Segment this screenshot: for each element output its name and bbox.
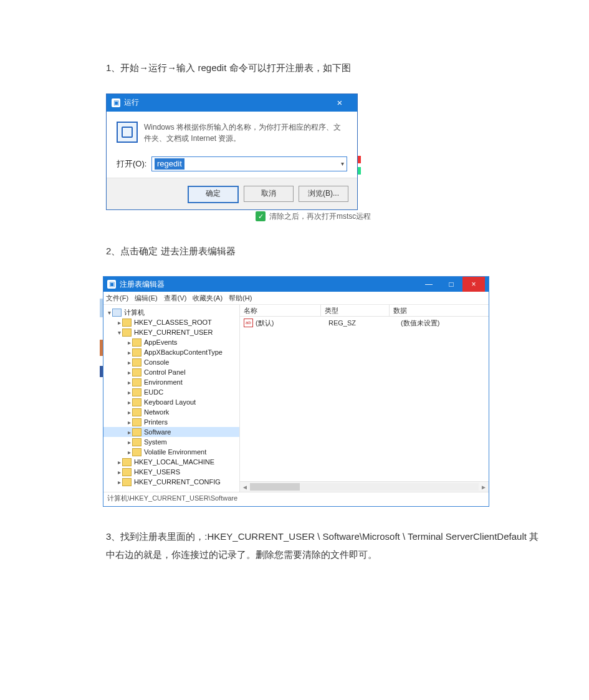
row-type: REG_SZ — [325, 319, 397, 327]
run-dialog-app-icon — [117, 122, 138, 143]
run-dialog-titlebar[interactable]: ▣ 运行 × — [107, 94, 357, 112]
tree-item-label: Printers — [144, 418, 168, 426]
tree-twisty-icon[interactable]: ▸ — [126, 449, 132, 456]
step-1-text: 1、开始→运行→输入 regedit 命令可以打开注册表，如下图 — [106, 60, 552, 76]
tree-twisty-icon[interactable]: ▾ — [116, 329, 122, 336]
tree-twisty-icon[interactable]: ▸ — [126, 339, 132, 346]
tree-twisty-icon[interactable]: ▸ — [116, 319, 122, 326]
tree-item[interactable]: ▸EUDC — [103, 387, 239, 397]
tree-item[interactable]: ▸AppEvents — [103, 337, 239, 347]
tree-item-label: AppEvents — [144, 338, 177, 346]
figure-2: ▣ 注册表编辑器 — □ × 文件(F) 编辑(E) 查看(V) 收藏夹(A) … — [100, 276, 552, 507]
tree-twisty-icon[interactable]: ▸ — [126, 359, 132, 366]
regedit-menubar: 文件(F) 编辑(E) 查看(V) 收藏夹(A) 帮助(H) — [103, 292, 489, 305]
run-open-combobox[interactable]: regedit ▾ — [151, 156, 347, 171]
menu-fav[interactable]: 收藏夹(A) — [193, 294, 223, 303]
tree-twisty-icon[interactable]: ▸ — [126, 349, 132, 356]
cancel-button[interactable]: 取消 — [244, 186, 294, 202]
tree-item-label: Console — [144, 358, 169, 366]
tree-item[interactable]: ▸HKEY_LOCAL_MACHINE — [103, 457, 239, 467]
tree-twisty-icon[interactable]: ▸ — [126, 399, 132, 406]
folder-icon — [132, 418, 141, 426]
run-dialog-title-icon: ▣ — [112, 98, 120, 107]
tree-item[interactable]: ▸Keyboard Layout — [103, 397, 239, 407]
folder-icon — [132, 448, 141, 456]
folder-icon — [122, 319, 132, 327]
ok-button[interactable]: 确定 — [188, 186, 239, 203]
tree-twisty-icon[interactable]: ▸ — [126, 439, 132, 446]
browse-button[interactable]: 浏览(B)... — [299, 186, 348, 202]
regedit-default-row[interactable]: ab(默认) REG_SZ (数值未设置) — [240, 318, 489, 328]
tree-item[interactable]: ▸Printers — [103, 417, 239, 427]
tree-twisty-icon[interactable]: ▸ — [126, 389, 132, 396]
tree-item[interactable]: ▸AppXBackupContentType — [103, 347, 239, 357]
close-icon[interactable]: × — [327, 97, 352, 108]
tree-item[interactable]: ▾计算机 — [103, 307, 239, 317]
regedit-window: ▣ 注册表编辑器 — □ × 文件(F) 编辑(E) 查看(V) 收藏夹(A) … — [103, 276, 489, 507]
tree-item-label: HKEY_CURRENT_CONFIG — [134, 478, 221, 486]
folder-icon — [132, 348, 141, 357]
tree-twisty-icon[interactable]: ▸ — [126, 419, 132, 426]
scroll-left-icon[interactable]: ◄ — [240, 484, 250, 491]
tree-item[interactable]: ▸HKEY_USERS — [103, 467, 239, 477]
col-data[interactable]: 数据 — [390, 305, 489, 316]
regedit-statusbar: 计算机\HKEY_CURRENT_USER\Software — [103, 492, 489, 506]
regedit-hscrollbar[interactable]: ◄ ► — [240, 481, 489, 492]
figure-1-under-caption: ✓ 清除之后，再次打开mstsc远程 — [106, 211, 552, 222]
tree-item-label: Volatile Environment — [144, 448, 206, 456]
tree-item[interactable]: ▸Network — [103, 407, 239, 417]
regedit-tree[interactable]: ▾计算机▸HKEY_CLASSES_ROOT▾HKEY_CURRENT_USER… — [103, 305, 240, 492]
row-name: (默认) — [256, 319, 274, 328]
folder-icon — [132, 428, 141, 436]
tree-twisty-icon[interactable]: ▸ — [116, 479, 122, 486]
tree-item[interactable]: ▸Control Panel — [103, 367, 239, 377]
scroll-right-icon[interactable]: ► — [479, 484, 489, 491]
folder-icon — [132, 368, 141, 376]
tree-item-label: 计算机 — [124, 308, 145, 317]
run-dialog-button-row: 确定 取消 浏览(B)... — [107, 178, 357, 209]
tree-item[interactable]: ▸Console — [103, 357, 239, 367]
step-3-text: 3、找到注册表里面的，:HKEY_CURRENT_USER \ Software… — [106, 528, 539, 563]
tree-twisty-icon[interactable]: ▸ — [126, 369, 132, 376]
tree-item-label: HKEY_LOCAL_MACHINE — [134, 458, 214, 466]
maximize-button[interactable]: □ — [440, 280, 462, 289]
col-name[interactable]: 名称 — [240, 305, 321, 316]
tree-twisty-icon[interactable]: ▸ — [116, 469, 122, 476]
folder-icon — [132, 398, 141, 406]
tree-item[interactable]: ▸HKEY_CLASSES_ROOT — [103, 317, 239, 327]
folder-icon — [132, 388, 141, 396]
run-dialog-body: Windows 将根据你所输入的名称，为你打开相应的程序、文件夹、文档或 Int… — [107, 112, 357, 178]
tree-item-label: Network — [144, 408, 169, 416]
tree-twisty-icon[interactable]: ▸ — [116, 459, 122, 466]
regedit-title-icon: ▣ — [107, 280, 116, 289]
document-page: 1、开始→运行→输入 regedit 命令可以打开注册表，如下图 ▣ 运行 × … — [0, 0, 589, 700]
tree-item[interactable]: ▾HKEY_CURRENT_USER — [103, 327, 239, 337]
menu-help[interactable]: 帮助(H) — [229, 294, 252, 303]
menu-view[interactable]: 查看(V) — [164, 294, 187, 303]
folder-icon — [122, 328, 132, 337]
tree-twisty-icon[interactable]: ▸ — [126, 429, 132, 436]
col-type[interactable]: 类型 — [321, 305, 390, 316]
menu-edit[interactable]: 编辑(E) — [135, 294, 158, 303]
regedit-titlebar[interactable]: ▣ 注册表编辑器 — □ × — [103, 277, 489, 292]
tree-twisty-icon[interactable]: ▸ — [126, 409, 132, 416]
tree-item[interactable]: ▸Software — [103, 427, 239, 437]
scroll-thumb[interactable] — [250, 483, 300, 491]
minimize-button[interactable]: — — [418, 280, 440, 289]
chevron-down-icon[interactable]: ▾ — [341, 160, 344, 167]
tree-item-label: AppXBackupContentType — [144, 348, 223, 356]
tree-item[interactable]: ▸System — [103, 437, 239, 447]
tree-item[interactable]: ▸Environment — [103, 377, 239, 387]
folder-icon — [122, 468, 132, 476]
tree-item[interactable]: ▸HKEY_CURRENT_CONFIG — [103, 477, 239, 487]
menu-file[interactable]: 文件(F) — [106, 294, 128, 303]
tree-item-label: HKEY_USERS — [134, 468, 180, 476]
under-caption-text: 清除之后，再次打开mstsc远程 — [269, 211, 371, 222]
tree-item[interactable]: ▸Volatile Environment — [103, 447, 239, 457]
close-button[interactable]: × — [462, 277, 485, 292]
tree-item-label: Software — [144, 428, 171, 436]
tree-twisty-icon[interactable]: ▸ — [126, 379, 132, 386]
tree-item-label: Keyboard Layout — [144, 398, 196, 406]
tree-twisty-icon[interactable]: ▾ — [106, 309, 112, 316]
folder-icon — [132, 378, 141, 386]
